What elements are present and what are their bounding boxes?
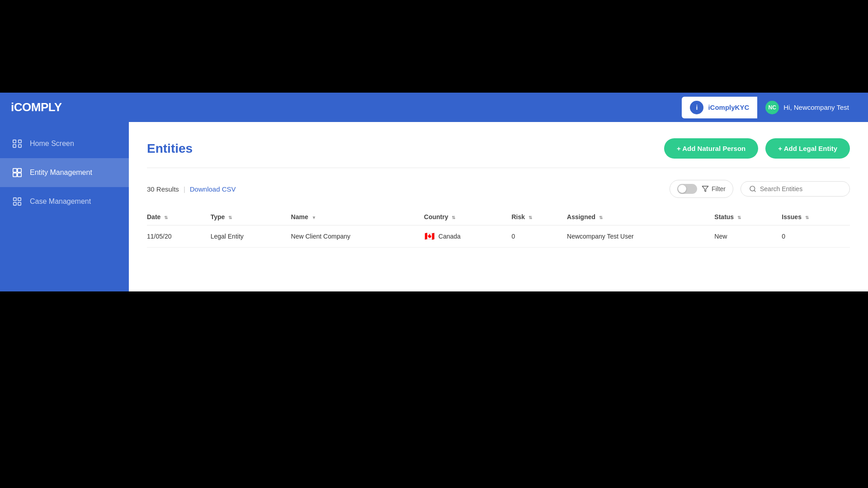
sidebar-item-entity-label: Entity Management <box>30 169 92 177</box>
table-body: 11/05/20 Legal Entity New Client Company… <box>147 225 850 248</box>
svg-rect-8 <box>14 198 16 201</box>
cell-status: New <box>714 225 782 248</box>
cell-assigned: Newcompany Test User <box>567 225 714 248</box>
svg-line-14 <box>754 190 755 192</box>
content-area: Entities + Add Natural Person + Add Lega… <box>129 122 868 291</box>
download-csv-link[interactable]: Download CSV <box>190 185 236 193</box>
filter-label: Filter <box>712 185 726 192</box>
sort-icon-status: ⇅ <box>737 215 741 220</box>
col-country: Country ⇅ <box>424 209 512 225</box>
svg-rect-5 <box>18 169 21 172</box>
sort-icon-assigned: ⇅ <box>599 215 603 220</box>
sort-icon-type: ⇅ <box>228 215 232 220</box>
results-info: 30 Results | Download CSV <box>147 185 236 193</box>
nav-right: i iComplyKYC NC Hi, Newcompany Test <box>682 97 857 118</box>
country-cell: 🇨🇦 Canada <box>424 233 505 240</box>
filter-icon <box>702 185 709 192</box>
table-header: Date ⇅ Type ⇅ Name ▼ <box>147 209 850 225</box>
filter-icon-area: Filter <box>702 185 726 192</box>
entities-table: Date ⇅ Type ⇅ Name ▼ <box>147 209 850 248</box>
col-issues: Issues ⇅ <box>782 209 850 225</box>
sidebar-item-case-label: Case Management <box>30 197 91 206</box>
col-type: Type ⇅ <box>211 209 291 225</box>
filter-toggle[interactable]: Filter <box>670 180 733 198</box>
header-buttons: + Add Natural Person + Add Legal Entity <box>664 138 850 159</box>
entity-icon <box>11 166 24 179</box>
results-count: 30 Results <box>147 185 179 193</box>
search-box <box>741 181 850 197</box>
cell-date: 11/05/20 <box>147 225 211 248</box>
svg-rect-11 <box>18 202 21 205</box>
sidebar-item-entity-management[interactable]: Entity Management <box>0 158 129 187</box>
sort-icon-date: ⇅ <box>164 215 168 220</box>
toolbar-right: Filter <box>670 180 850 198</box>
table-row[interactable]: 11/05/20 Legal Entity New Client Company… <box>147 225 850 248</box>
app-logo: iCOMPLY <box>11 100 62 114</box>
app-wrapper: iCOMPLY i iComplyKYC NC Hi, Newcompany T… <box>0 93 868 291</box>
col-assigned: Assigned ⇅ <box>567 209 714 225</box>
platform-icon: i <box>690 101 703 114</box>
sidebar-item-home-label: Home Screen <box>30 140 74 148</box>
col-date: Date ⇅ <box>147 209 211 225</box>
svg-rect-2 <box>13 145 16 147</box>
top-nav: iCOMPLY i iComplyKYC NC Hi, Newcompany T… <box>0 93 868 122</box>
svg-marker-12 <box>702 186 708 192</box>
canada-flag: 🇨🇦 <box>424 233 435 240</box>
add-legal-entity-button[interactable]: + Add Legal Entity <box>765 138 850 159</box>
user-menu[interactable]: NC Hi, Newcompany Test <box>757 97 857 118</box>
cell-risk: 0 <box>511 225 567 248</box>
sort-icon-risk: ⇅ <box>528 215 532 220</box>
svg-rect-4 <box>13 169 17 172</box>
svg-rect-9 <box>18 198 21 201</box>
sidebar-item-home[interactable]: Home Screen <box>0 129 129 158</box>
svg-rect-0 <box>13 140 16 143</box>
cell-issues: 0 <box>782 225 850 248</box>
toolbar-row: 30 Results | Download CSV <box>147 176 850 198</box>
add-natural-person-button[interactable]: + Add Natural Person <box>664 138 758 159</box>
col-risk: Risk ⇅ <box>511 209 567 225</box>
col-status: Status ⇅ <box>714 209 782 225</box>
svg-rect-7 <box>18 173 21 177</box>
cell-country: 🇨🇦 Canada <box>424 225 512 248</box>
svg-rect-3 <box>19 145 21 147</box>
content-inner: Entities + Add Natural Person + Add Lega… <box>129 122 868 291</box>
main-row: Home Screen Entity Management <box>0 122 868 291</box>
search-input[interactable] <box>760 185 841 192</box>
black-bar-bottom <box>0 291 868 488</box>
sort-icon-country: ⇅ <box>452 215 455 220</box>
cell-name: New Client Company <box>291 225 424 248</box>
sidebar-item-case-management[interactable]: Case Management <box>0 187 129 216</box>
platform-switcher[interactable]: i iComplyKYC <box>682 97 757 118</box>
svg-rect-6 <box>13 173 17 177</box>
user-avatar: NC <box>765 101 779 114</box>
platform-label: iComplyKYC <box>708 103 749 111</box>
country-name: Canada <box>439 233 461 240</box>
table-header-row: Date ⇅ Type ⇅ Name ▼ <box>147 209 850 225</box>
entities-header: Entities + Add Natural Person + Add Lega… <box>147 138 850 168</box>
col-name: Name ▼ <box>291 209 424 225</box>
user-greeting: Hi, Newcompany Test <box>783 103 849 111</box>
svg-rect-10 <box>14 202 16 205</box>
page-title: Entities <box>147 141 193 156</box>
svg-rect-1 <box>19 140 21 143</box>
search-icon <box>749 185 756 192</box>
sort-icon-issues: ⇅ <box>805 215 809 220</box>
home-icon <box>11 137 24 150</box>
results-separator: | <box>184 185 185 193</box>
black-bar-top <box>0 0 868 93</box>
cell-type: Legal Entity <box>211 225 291 248</box>
sort-icon-name: ▼ <box>312 215 316 220</box>
toggle-switch[interactable] <box>677 184 697 194</box>
sidebar: Home Screen Entity Management <box>0 122 129 291</box>
case-icon <box>11 195 24 208</box>
toggle-knob <box>678 185 686 193</box>
